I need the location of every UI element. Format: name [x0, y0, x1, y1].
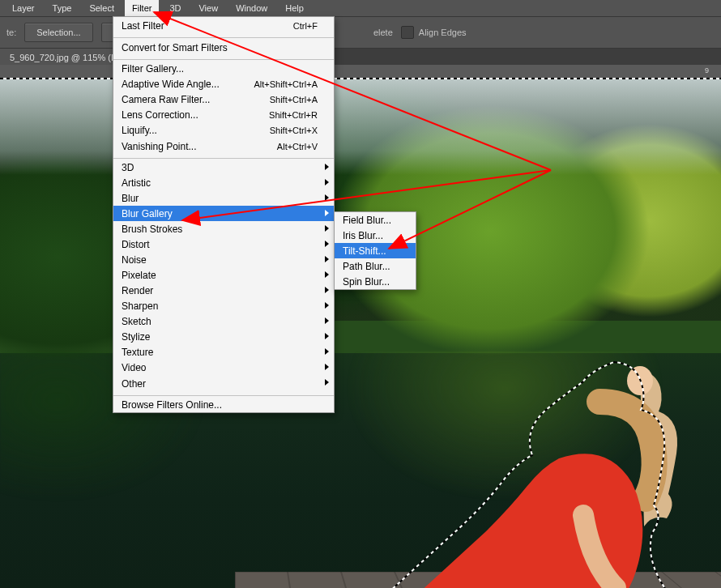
filter-menu-item[interactable]: Sharpen: [113, 298, 334, 313]
filter-menu-item[interactable]: Lens Correction...Shift+Ctrl+R: [113, 107, 334, 122]
submenu-item[interactable]: Path Blur...: [335, 258, 416, 274]
submenu-arrow-icon: [325, 241, 329, 247]
menu-item-label: Camera Raw Filter...: [122, 94, 210, 105]
menu-help[interactable]: Help: [278, 0, 311, 16]
submenu-arrow-icon: [325, 225, 329, 232]
menu-item-label: Distort: [122, 239, 150, 250]
menu-item-shortcut: Ctrl+F: [293, 21, 318, 31]
submenu-item[interactable]: Field Blur...: [335, 212, 416, 228]
workspace: 9: [0, 65, 721, 588]
menu-item-label: Lens Correction...: [122, 109, 198, 121]
submenu-arrow-icon: [325, 348, 329, 355]
submenu-arrow-icon: [325, 179, 329, 185]
submenu-item[interactable]: Tilt-Shift...: [335, 243, 416, 258]
align-edges-label: Align Edges: [419, 28, 467, 37]
options-label-fragment: te:: [6, 28, 16, 37]
menu-view[interactable]: View: [191, 0, 225, 16]
menu-item-label: Texture: [122, 347, 153, 358]
menu-item-label: Iris Blur...: [343, 230, 383, 241]
filter-menu-item[interactable]: Blur Gallery: [113, 206, 334, 221]
menu-item-label: 3D: [122, 162, 134, 173]
filter-menu-item[interactable]: Sketch: [113, 313, 334, 329]
menu-item-label: Convert for Smart Filters: [122, 42, 228, 53]
filter-menu-item[interactable]: Video: [113, 360, 334, 375]
menu-item-label: Vanishing Point...: [122, 141, 197, 152]
filter-menu-item[interactable]: Other: [113, 375, 334, 396]
menu-item-shortcut: Alt+Shift+Ctrl+A: [254, 79, 318, 89]
filter-menu-item[interactable]: 3D: [113, 160, 334, 175]
submenu-arrow-icon: [325, 287, 329, 293]
filter-menu-item[interactable]: Artistic: [113, 175, 334, 190]
submenu-item[interactable]: Iris Blur...: [335, 228, 416, 243]
options-delete-fragment: elete: [373, 28, 393, 37]
filter-menu-item[interactable]: Vanishing Point...Alt+Ctrl+V: [113, 138, 334, 159]
menu-3d[interactable]: 3D: [162, 0, 188, 16]
filter-menu-item[interactable]: Texture: [113, 344, 334, 360]
filter-menu-item[interactable]: Adaptive Wide Angle...Alt+Shift+Ctrl+A: [113, 76, 334, 92]
submenu-arrow-icon: [325, 210, 329, 216]
menu-filter[interactable]: Filter: [125, 0, 159, 16]
submenu-arrow-icon: [325, 379, 329, 386]
menu-type[interactable]: Type: [45, 0, 79, 16]
selection-button[interactable]: Selection...: [24, 23, 92, 42]
menu-item-label: Other: [122, 378, 146, 390]
menu-item-label: Sketch: [122, 316, 151, 327]
submenu-arrow-icon: [325, 256, 329, 262]
photo-dock: [235, 572, 721, 588]
menu-item-label: Field Blur...: [343, 215, 391, 226]
filter-menu-item[interactable]: Filter Gallery...: [113, 61, 334, 76]
submenu-arrow-icon: [325, 364, 329, 370]
submenu-arrow-icon: [325, 302, 329, 309]
menu-item-label: Blur Gallery: [122, 208, 173, 219]
submenu-arrow-icon: [325, 271, 329, 278]
filter-menu-item[interactable]: Blur: [113, 190, 334, 206]
submenu-arrow-icon: [325, 317, 329, 324]
blur-gallery-submenu: Field Blur...Iris Blur...Tilt-Shift...Pa…: [334, 211, 416, 290]
ruler-horizontal: 9: [0, 65, 721, 79]
submenu-arrow-icon: [325, 194, 329, 201]
filter-menu-item[interactable]: Brush Strokes: [113, 221, 334, 236]
submenu-arrow-icon: [325, 164, 329, 170]
filter-menu-item[interactable]: Noise: [113, 252, 334, 267]
filter-menu-item[interactable]: Stylize: [113, 329, 334, 344]
menu-item-label: Video: [122, 362, 146, 373]
menu-item-label: Filter Gallery...: [122, 63, 184, 75]
menu-item-label: Tilt-Shift...: [343, 245, 386, 257]
menu-item-label: Stylize: [122, 331, 150, 343]
menu-window[interactable]: Window: [228, 0, 275, 16]
filter-menu-item[interactable]: Liquify...Shift+Ctrl+X: [113, 122, 334, 138]
menu-item-label: Pixelate: [122, 270, 156, 281]
filter-menu-item[interactable]: Render: [113, 283, 334, 298]
menu-item-label: Noise: [122, 254, 147, 266]
menu-item-label: Liquify...: [122, 125, 157, 136]
menu-item-label: Path Blur...: [343, 261, 390, 272]
filter-menu-item[interactable]: Convert for Smart Filters: [113, 39, 334, 60]
document-tab-row: 5_960_720.jpg @ 115% (La: [0, 49, 721, 66]
menu-layer[interactable]: Layer: [5, 0, 42, 16]
filter-menu-item[interactable]: Last FilterCtrl+F: [113, 17, 334, 38]
menu-item-shortcut: Alt+Ctrl+V: [277, 142, 318, 151]
menu-select[interactable]: Select: [82, 0, 122, 16]
filter-menu-item[interactable]: Camera Raw Filter...Shift+Ctrl+A: [113, 92, 334, 107]
filter-menu-item[interactable]: Browse Filters Online...: [113, 397, 334, 412]
ruler-mark-9: 9: [705, 66, 709, 75]
align-edges-checkbox[interactable]: [401, 26, 414, 39]
filter-menu-item[interactable]: Pixelate: [113, 267, 334, 283]
options-bar: te: Selection... Mask elete Align Edges: [0, 16, 721, 49]
menu-item-label: Browse Filters Online...: [122, 399, 222, 411]
menu-item-label: Spin Blur...: [343, 276, 390, 288]
menu-item-label: Sharpen: [122, 300, 158, 312]
submenu-arrow-icon: [325, 333, 329, 339]
submenu-item[interactable]: Spin Blur...: [335, 274, 416, 289]
photo-reflection: [0, 352, 721, 588]
menu-bar: Layer Type Select Filter 3D View Window …: [0, 0, 721, 16]
document-tab[interactable]: 5_960_720.jpg @ 115% (La: [0, 49, 131, 66]
menu-item-shortcut: Shift+Ctrl+A: [270, 95, 318, 104]
menu-item-label: Artistic: [122, 177, 151, 189]
menu-item-label: Adaptive Wide Angle...: [122, 79, 220, 90]
canvas[interactable]: [0, 78, 721, 588]
menu-item-label: Brush Strokes: [122, 224, 182, 235]
menu-item-label: Blur: [122, 193, 139, 204]
filter-menu-item[interactable]: Distort: [113, 236, 334, 252]
align-edges-group[interactable]: Align Edges: [401, 26, 467, 39]
